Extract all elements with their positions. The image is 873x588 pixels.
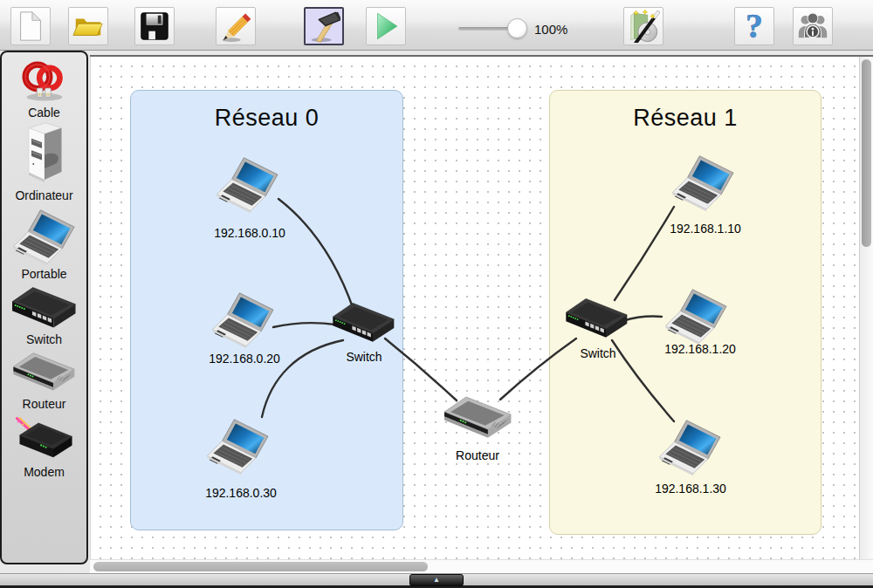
save-floppy-icon — [138, 10, 171, 43]
device-ip-label: 192.168.1.20 — [664, 342, 736, 356]
network0-laptop-30[interactable] — [204, 419, 272, 479]
switch-icon — [333, 302, 395, 345]
switch-icon — [12, 286, 77, 332]
horizontal-scrollbar[interactable] — [90, 559, 873, 573]
zoom-slider-knob[interactable] — [507, 18, 527, 38]
new-file-button[interactable] — [10, 7, 51, 45]
cable-laptop10-switch0[interactable] — [278, 199, 354, 310]
palette-label: Cable — [28, 106, 60, 120]
laptop-icon — [10, 209, 79, 266]
palette-item-switch[interactable]: Switch — [12, 286, 77, 346]
build-mode-button[interactable] — [304, 7, 344, 45]
router-device[interactable] — [444, 396, 512, 448]
laptop-icon — [670, 155, 738, 212]
cable-switch1-laptop10[interactable] — [615, 207, 674, 300]
device-ip-label: 192.168.1.30 — [655, 482, 726, 496]
new-file-icon — [14, 10, 47, 43]
network1-laptop-30[interactable] — [656, 420, 725, 480]
palette-item-portable[interactable]: Portable — [10, 209, 79, 281]
network1-switch[interactable] — [566, 297, 629, 345]
edit-pencil-icon — [219, 10, 252, 43]
about-people-info-icon — [796, 10, 829, 43]
run-play-icon — [369, 10, 402, 43]
computer-tower-icon — [18, 122, 71, 188]
console-drawer-handle[interactable]: ▲ — [409, 574, 464, 586]
help-button[interactable] — [734, 7, 774, 45]
laptop-icon — [210, 292, 278, 349]
open-folder-icon — [72, 10, 105, 43]
vertical-scrollbar[interactable] — [859, 57, 873, 559]
toolbar: 100% — [0, 0, 873, 51]
network-simulator-window: 100% Cable Ordinateur Portable Switch Ro… — [0, 0, 873, 588]
palette-label: Routeur — [23, 397, 66, 411]
device-ip-label: 192.168.0.10 — [214, 226, 285, 240]
router-icon — [444, 396, 512, 444]
cable-layer — [91, 57, 860, 559]
laptop-icon — [656, 420, 725, 476]
help-question-icon — [738, 10, 771, 43]
device-label: Routeur — [456, 448, 499, 462]
horizontal-scrollbar-thumb[interactable] — [93, 562, 428, 571]
device-label: Switch — [580, 346, 615, 360]
chevron-up-icon: ▲ — [433, 577, 440, 584]
palette-item-modem[interactable]: Modem — [14, 414, 75, 479]
cable-laptop20-switch0[interactable] — [273, 323, 335, 327]
device-label: Switch — [346, 350, 382, 364]
palette-item-routeur[interactable]: Routeur — [13, 352, 76, 411]
network1-laptop-10[interactable] — [670, 155, 738, 215]
device-ip-label: 192.168.0.30 — [205, 486, 277, 500]
cable-icon — [16, 58, 73, 105]
palette-item-cable[interactable]: Cable — [16, 58, 73, 120]
component-palette: Cable Ordinateur Portable Switch Routeur… — [0, 51, 88, 564]
palette-label: Ordinateur — [15, 188, 72, 202]
edit-mode-button[interactable] — [216, 7, 256, 45]
canvas-area: Réseau 0 Réseau 1 192.168.0.10 — [90, 55, 873, 559]
palette-label: Portable — [21, 267, 66, 281]
about-button[interactable] — [793, 7, 833, 45]
switch-icon — [566, 297, 629, 341]
laptop-icon — [214, 157, 282, 214]
build-hammer-icon — [307, 10, 340, 43]
wizard-button[interactable] — [623, 7, 663, 45]
design-canvas[interactable]: Réseau 0 Réseau 1 192.168.0.10 — [90, 57, 859, 559]
laptop-icon — [204, 419, 272, 475]
cable-router-switch1[interactable] — [500, 338, 576, 400]
bottom-bar: ▲ — [0, 573, 873, 588]
run-simulation-button[interactable] — [366, 7, 406, 45]
palette-label: Switch — [26, 332, 62, 346]
network1-laptop-20[interactable] — [663, 289, 731, 349]
modem-icon — [14, 414, 75, 464]
palette-label: Modem — [24, 465, 65, 479]
network0-switch[interactable] — [333, 302, 395, 349]
network0-laptop-10[interactable] — [214, 157, 282, 217]
device-ip-label: 192.168.1.10 — [670, 222, 741, 236]
open-file-button[interactable] — [68, 7, 108, 45]
network0-laptop-20[interactable] — [210, 292, 278, 352]
vertical-scrollbar-thumb[interactable] — [862, 59, 871, 247]
zoom-value-label: 100% — [534, 22, 567, 37]
device-ip-label: 192.168.0.20 — [209, 352, 280, 366]
palette-item-ordinateur[interactable]: Ordinateur — [15, 122, 72, 202]
router-icon — [13, 352, 76, 396]
save-button[interactable] — [134, 7, 175, 45]
cable-switch0-router[interactable] — [385, 338, 457, 400]
magic-wand-icon — [627, 10, 660, 43]
laptop-icon — [663, 289, 731, 345]
